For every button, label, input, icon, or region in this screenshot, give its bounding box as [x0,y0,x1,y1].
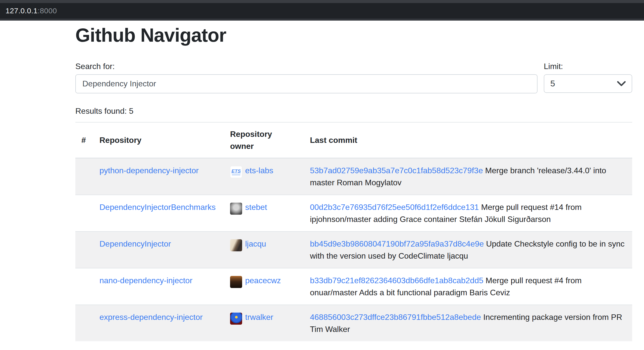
search-label: Search for: [75,60,538,72]
commit-hash-link[interactable]: 00d2b3c7e76935d76f25ee50f6d1f2ef6ddce131 [310,203,479,212]
table-row: python-dependency-injector ETS ets-labs … [75,158,632,195]
repository-cell: DependencyInjector [93,231,224,268]
limit-selected-value: 5 [550,79,555,88]
owner-link[interactable]: ljacqu [245,238,266,250]
owner-cell: ETS ets-labs [224,158,304,195]
commit-cell: 00d2b3c7e76935d76f25ee50f6d1f2ef6ddce131… [304,195,632,231]
repository-link[interactable]: nano-dependency-injector [99,276,192,285]
browser-chrome: 127.0.0.1:8000 [0,0,644,21]
owner-link[interactable]: peacecwz [245,274,281,286]
table-header-owner: Repository owner [224,122,304,158]
browser-tab-strip [0,0,644,3]
repository-link[interactable]: DependencyInjector [99,239,171,248]
repository-link[interactable]: express-dependency-injector [99,313,203,322]
browser-address-bar[interactable]: 127.0.0.1:8000 [0,3,644,19]
repository-cell: nano-dependency-injector [93,268,224,305]
commit-cell: bb45d9e3b98608047190bf72a95fa9a37d8c4e9e… [304,231,632,268]
chevron-down-icon [617,81,626,86]
table-row: express-dependency-injector trwalker 468… [75,305,632,341]
table-row: nano-dependency-injector peacecwz b33db7… [75,268,632,305]
owner-avatar [230,313,242,325]
repository-link[interactable]: python-dependency-injector [99,166,199,175]
index-cell [75,305,93,341]
index-cell [75,158,93,195]
owner-avatar: ETS [230,166,242,178]
table-header-repository: Repository [93,122,224,158]
index-cell [75,195,93,231]
commit-cell: b33db79c21ef8262364603db66dfe1ab8cab2dd5… [304,268,632,305]
owner-link[interactable]: trwalker [245,311,273,323]
limit-field-group: Limit: 5 [544,60,632,93]
page-content: Github Navigator Search for: Limit: 5 Re… [0,21,644,341]
search-input[interactable] [75,74,538,93]
table-header-index: # [75,122,93,158]
limit-label: Limit: [544,60,632,72]
commit-hash-link[interactable]: b33db79c21ef8262364603db66dfe1ab8cab2dd5 [310,276,483,285]
owner-avatar [230,239,242,251]
owner-link[interactable]: stebet [245,201,267,213]
url-host: 127.0.0.1 [6,7,38,15]
commit-cell: 53b7ad02759e9ab35a7e7c0c1fab58d523c79f3e… [304,158,632,195]
owner-cell: peacecwz [224,268,304,305]
owner-link[interactable]: ets-labs [245,164,273,177]
commit-hash-link[interactable]: bb45d9e3b98608047190bf72a95fa9a37d8c4e9e [310,239,484,248]
owner-cell: trwalker [224,305,304,341]
commit-hash-link[interactable]: 468856003c273dffce23b86791fbbe512a8ebede [310,313,481,322]
results-count: Results found: 5 [75,105,632,117]
table-header-row: # Repository Repository owner Last commi… [75,122,632,158]
table-header-commit: Last commit [304,122,632,158]
owner-cell: ljacqu [224,231,304,268]
limit-select[interactable]: 5 [544,74,632,93]
owner-cell: stebet [224,195,304,231]
repository-link[interactable]: DependencyInjectorBenchmarks [99,203,216,212]
owner-avatar [230,276,242,288]
repository-cell: python-dependency-injector [93,158,224,195]
index-cell [75,231,93,268]
table-row: DependencyInjectorBenchmarks stebet 00d2… [75,195,632,231]
repository-cell: express-dependency-injector [93,305,224,341]
repository-cell: DependencyInjectorBenchmarks [93,195,224,231]
page-title: Github Navigator [75,25,632,46]
table-row: DependencyInjector ljacqu bb45d9e3b98608… [75,231,632,268]
search-form: Search for: Limit: 5 [75,60,632,93]
commit-cell: 468856003c273dffce23b86791fbbe512a8ebede… [304,305,632,341]
commit-hash-link[interactable]: 53b7ad02759e9ab35a7e7c0c1fab58d523c79f3e [310,166,483,175]
repositories-table: # Repository Repository owner Last commi… [75,122,632,341]
search-field-group: Search for: [75,60,538,93]
browser-chrome-divider [0,19,644,21]
index-cell [75,268,93,305]
url-port: :8000 [38,7,57,15]
owner-avatar [230,203,242,215]
